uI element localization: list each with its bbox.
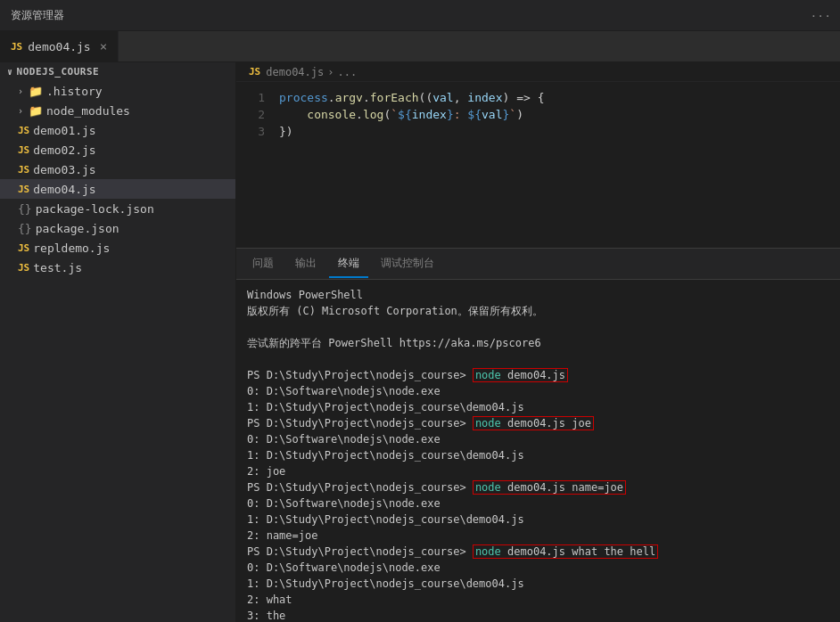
terminal-line-6: PS D:\Study\Project\nodejs_course> node … — [247, 367, 829, 383]
terminal-line-16: 2: name=joe — [247, 528, 829, 544]
breadcrumb-ellipsis: ... — [338, 66, 358, 78]
line-numbers: 1 2 3 — [236, 82, 272, 248]
js-icon-repldemo: JS — [18, 242, 29, 254]
sidebar-item-label-package-lock: package-lock.json — [36, 202, 154, 216]
sidebar-item-demo01[interactable]: JS demo01.js — [0, 120, 235, 140]
folder-chevron-history: › — [18, 86, 23, 96]
editor-area: JS demo04.js › ... 1 2 3 process.argv.fo… — [236, 62, 840, 622]
sidebar-item-label-package: package.json — [36, 222, 119, 235]
terminal-line-8: 1: D:\Study\Project\nodejs_course\demo04… — [247, 399, 829, 415]
topbar-dots[interactable]: ··· — [802, 9, 840, 22]
code-editor: 1 2 3 process.argv.forEach((val, index) … — [236, 82, 840, 248]
cmd-4: node demo04.js what the hell — [473, 544, 658, 559]
sidebar-item-history[interactable]: › 📁 .history — [0, 81, 235, 101]
sidebar-item-node-modules[interactable]: › 📁 node_modules — [0, 101, 235, 120]
js-icon-demo04: JS — [18, 184, 29, 195]
ps-prompt-4: PS D:\Study\Project\nodejs_course> — [247, 545, 473, 558]
sidebar-item-test[interactable]: JS test.js — [0, 258, 235, 277]
main-layout: ∨ NODEJS_COURSE › 📁 .history › 📁 node_mo… — [0, 62, 840, 622]
cmd-3: node demo04.js name=joe — [473, 480, 626, 495]
terminal-line-5 — [247, 351, 829, 367]
line-number-2: 2 — [236, 106, 265, 123]
terminal-line-17: PS D:\Study\Project\nodejs_course> node … — [247, 544, 829, 560]
topbar-title: 资源管理器 — [0, 8, 75, 23]
json-icon-package-lock: {} — [18, 202, 32, 216]
sidebar-item-label-demo02: demo02.js — [33, 143, 95, 157]
terminal-content[interactable]: Windows PowerShell 版权所有 (C) Microsoft Co… — [236, 280, 840, 622]
tab-output[interactable]: 输出 — [286, 250, 325, 278]
breadcrumb-sep1: › — [327, 66, 334, 78]
line-number-1: 1 — [236, 89, 265, 106]
cmd-1: node demo04.js — [473, 368, 568, 382]
terminal-panel: 问题 输出 终端 调试控制台 Windows PowerShell 版权所有 (… — [236, 248, 840, 622]
breadcrumb-js-icon: JS — [249, 66, 260, 78]
json-icon-package: {} — [18, 222, 32, 235]
terminal-line-11: 1: D:\Study\Project\nodejs_course\demo04… — [247, 447, 829, 463]
js-icon-demo03: JS — [18, 164, 29, 176]
terminal-line-18: 0: D:\Software\nodejs\node.exe — [247, 560, 829, 576]
terminal-line-7: 0: D:\Software\nodejs\node.exe — [247, 383, 829, 399]
sidebar-item-package[interactable]: {} package.json — [0, 218, 235, 238]
terminal-line-21: 3: the — [247, 608, 829, 622]
tab-terminal[interactable]: 终端 — [329, 250, 368, 278]
cmd-2: node demo04.js joe — [473, 416, 594, 430]
sidebar-item-label-repldemo: repldemo.js — [33, 241, 110, 255]
tab-label: demo04.js — [28, 40, 90, 53]
js-file-icon: JS — [11, 41, 22, 53]
js-icon-demo01: JS — [18, 125, 29, 136]
terminal-line-4: 尝试新的跨平台 PowerShell https://aka.ms/pscore… — [247, 335, 829, 351]
terminal-line-2: 版权所有 (C) Microsoft Corporation。保留所有权利。 — [247, 303, 829, 319]
editor-tab[interactable]: JS demo04.js × — [0, 31, 119, 61]
terminal-line-1: Windows PowerShell — [247, 287, 829, 303]
tab-bar: JS demo04.js × — [0, 31, 840, 62]
ps-prompt-1: PS D:\Study\Project\nodejs_course> — [247, 369, 473, 381]
tab-close-button[interactable]: × — [100, 39, 107, 53]
breadcrumb: JS demo04.js › ... — [236, 62, 840, 82]
terminal-line-15: 1: D:\Study\Project\nodejs_course\demo04… — [247, 512, 829, 528]
terminal-line-9: PS D:\Study\Project\nodejs_course> node … — [247, 415, 829, 431]
sidebar: ∨ NODEJS_COURSE › 📁 .history › 📁 node_mo… — [0, 62, 236, 622]
terminal-line-20: 2: what — [247, 592, 829, 608]
folder-chevron-node-modules: › — [18, 106, 23, 116]
sidebar-item-label-test: test.js — [33, 261, 82, 274]
sidebar-item-demo03[interactable]: JS demo03.js — [0, 160, 235, 179]
breadcrumb-filename: demo04.js — [266, 66, 324, 78]
line-number-3: 3 — [236, 123, 265, 140]
sidebar-section-header[interactable]: ∨ NODEJS_COURSE — [0, 62, 235, 81]
sidebar-item-demo02[interactable]: JS demo02.js — [0, 140, 235, 160]
ps-prompt-2: PS D:\Study\Project\nodejs_course> — [247, 417, 473, 430]
sidebar-item-label-demo01: demo01.js — [33, 124, 95, 137]
folder-icon-history: 📁 — [29, 85, 43, 98]
terminal-line-14: 0: D:\Software\nodejs\node.exe — [247, 495, 829, 512]
sidebar-item-package-lock[interactable]: {} package-lock.json — [0, 199, 235, 218]
sidebar-item-label-demo03: demo03.js — [33, 163, 95, 176]
terminal-line-10: 0: D:\Software\nodejs\node.exe — [247, 431, 829, 447]
tab-debug-console[interactable]: 调试控制台 — [372, 250, 443, 278]
code-content[interactable]: process.argv.forEach((val, index) => { c… — [272, 82, 840, 248]
terminal-line-3 — [247, 319, 829, 335]
section-chevron-down: ∨ — [7, 67, 13, 77]
terminal-line-19: 1: D:\Study\Project\nodejs_course\demo04… — [247, 576, 829, 592]
sidebar-item-demo04[interactable]: JS demo04.js — [0, 179, 235, 199]
js-icon-demo02: JS — [18, 144, 29, 156]
sidebar-item-label-history: .history — [46, 85, 103, 98]
terminal-line-13: PS D:\Study\Project\nodejs_course> node … — [247, 479, 829, 495]
folder-icon-node-modules: 📁 — [29, 104, 43, 118]
section-label: NODEJS_COURSE — [17, 66, 100, 78]
topbar: 资源管理器 ··· — [0, 0, 840, 31]
sidebar-item-repldemo[interactable]: JS repldemo.js — [0, 238, 235, 258]
terminal-line-12: 2: joe — [247, 463, 829, 479]
terminal-tabs: 问题 输出 终端 调试控制台 — [236, 249, 840, 280]
ps-prompt-3: PS D:\Study\Project\nodejs_course> — [247, 481, 473, 494]
js-icon-test: JS — [18, 262, 29, 274]
sidebar-item-label-node-modules: node_modules — [46, 104, 130, 118]
tab-problems[interactable]: 问题 — [243, 250, 283, 278]
sidebar-item-label-demo04: demo04.js — [33, 183, 95, 196]
